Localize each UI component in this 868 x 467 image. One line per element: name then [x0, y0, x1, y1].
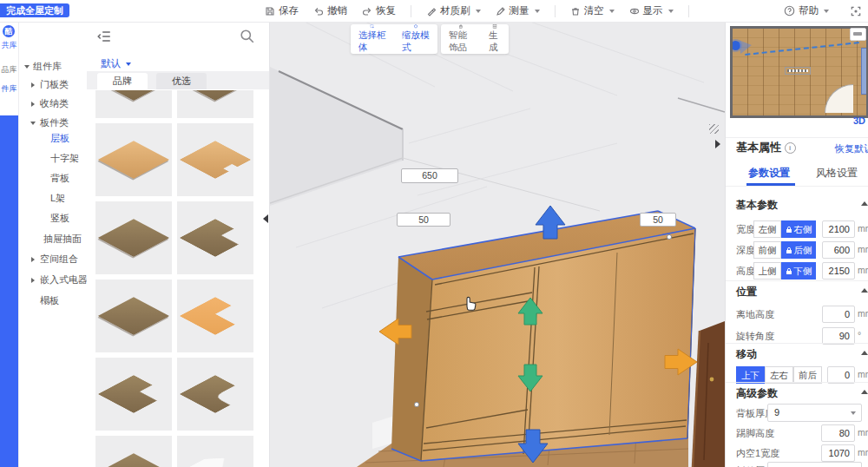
collapse-caret-icon[interactable] — [861, 201, 868, 206]
fullscreen-button[interactable] — [850, 5, 862, 17]
kick-height-input[interactable]: 80 — [821, 424, 855, 442]
tree-item-back-panel[interactable]: 背板 — [50, 172, 69, 185]
inner-width-label: 内空1宽度 — [736, 447, 779, 460]
component-thumbnail[interactable] — [177, 90, 253, 118]
collapse-panel-handle[interactable] — [263, 214, 268, 223]
tree-item-l-rack[interactable]: L架 — [50, 192, 65, 205]
inner-width-input[interactable]: 1070 — [821, 444, 855, 462]
tree-item-space-combo[interactable]: 空间组合 — [40, 253, 78, 266]
width-input[interactable]: 2100 — [822, 220, 855, 238]
view-3d-toggle[interactable]: 3D — [853, 115, 865, 126]
display-button[interactable]: 显示 — [629, 4, 674, 17]
section-position[interactable]: 位置 — [736, 285, 757, 299]
drag-dot[interactable] — [414, 402, 418, 406]
furniture-toggle-icon[interactable] — [850, 28, 866, 41]
move-frontback-option[interactable]: 前后 — [793, 366, 822, 384]
nav-product-library[interactable]: 品库 — [0, 65, 18, 74]
redo-button[interactable]: 恢复 — [362, 4, 396, 17]
component-thumbnail[interactable] — [95, 201, 172, 274]
tree-item-vertical-board[interactable]: 竖板 — [50, 212, 69, 225]
move-updown-option[interactable]: 上下 — [736, 366, 765, 384]
rotation-input[interactable]: 90 — [822, 327, 855, 345]
height-input[interactable]: 2150 — [822, 262, 855, 280]
collapse-list-icon[interactable] — [97, 30, 111, 47]
component-thumbnail[interactable] — [177, 280, 253, 352]
component-thumbnail[interactable] — [95, 123, 172, 196]
finish-customization-button[interactable]: 完成全屋定制 — [0, 3, 69, 17]
clear-button[interactable]: 清空 — [570, 4, 615, 17]
section-advanced-params[interactable]: 高级参数 — [736, 386, 778, 401]
caret-right-icon[interactable] — [31, 102, 35, 107]
height-top-option[interactable]: 上侧 — [753, 262, 781, 280]
component-thumbnail[interactable] — [95, 280, 172, 352]
caret-down-icon[interactable] — [30, 122, 36, 125]
minimap-resize-handle[interactable] — [709, 124, 719, 134]
tree-item-built-in-appliance[interactable]: 嵌入式电器 — [40, 273, 88, 286]
tab-style-settings[interactable]: 风格设置 — [816, 166, 858, 181]
width-right-option[interactable]: 右侧 — [781, 220, 816, 238]
tab-brand[interactable]: 品牌 — [97, 73, 148, 89]
collapse-caret-icon[interactable] — [861, 351, 868, 355]
tree-item-drawer-front[interactable]: 抽屉抽面 — [43, 233, 82, 246]
material-brush-button[interactable]: 材质刷 — [426, 4, 481, 17]
collapse-caret-icon[interactable] — [861, 288, 868, 293]
tree-item-tatami-board[interactable]: 榻板 — [40, 294, 59, 307]
tree-item-cross-rack[interactable]: 十字架 — [50, 152, 79, 165]
move-leftright-option[interactable]: 左右 — [765, 366, 793, 384]
component-thumbnail[interactable] — [95, 90, 172, 118]
zoom-mode-button[interactable]: 缩放模式 — [394, 24, 437, 54]
depth-input[interactable]: 600 — [822, 241, 855, 259]
help-button[interactable]: 帮助 — [784, 4, 829, 17]
tree-item-storage[interactable]: 收纳类 — [40, 97, 69, 110]
tab-parameter-settings[interactable]: 参数设置 — [748, 166, 790, 181]
component-thumbnail[interactable] — [177, 123, 253, 196]
style-filter-dropdown[interactable]: 默认 — [101, 57, 131, 70]
move-input[interactable]: 0 — [827, 366, 855, 384]
depth-front-option[interactable]: 前侧 — [753, 241, 781, 259]
tree-item-component-lib[interactable]: 组件库 — [33, 60, 62, 73]
tree-item-shelf-board[interactable]: 层板 — [50, 132, 69, 145]
panel-thickness-dropdown[interactable]: 18 — [767, 462, 862, 467]
caret-right-icon[interactable] — [31, 278, 35, 283]
collapse-panel-handle[interactable] — [715, 140, 720, 148]
component-thumbnail[interactable] — [177, 201, 253, 274]
caret-down-icon[interactable] — [24, 65, 30, 69]
component-thumbnail[interactable] — [177, 358, 253, 431]
nav-component-library[interactable]: 件库 — [0, 84, 18, 93]
style-filter-value: 默认 — [101, 57, 121, 70]
generate-label: 生成 — [489, 30, 501, 54]
back-thickness-dropdown[interactable]: 9 — [767, 404, 862, 422]
component-thumbnail[interactable] — [95, 358, 172, 431]
section-basic-params[interactable]: 基本参数 — [736, 198, 778, 213]
save-button[interactable]: 保存 — [265, 4, 299, 17]
generate-button[interactable]: 生成 — [481, 24, 509, 54]
undo-button[interactable]: 撤销 — [313, 4, 347, 17]
scene-3d — [270, 22, 725, 467]
search-icon[interactable] — [240, 29, 254, 47]
collapse-caret-icon[interactable] — [861, 390, 868, 394]
section-move[interactable]: 移动 — [736, 347, 757, 362]
floorplan-minimap[interactable] — [730, 26, 868, 118]
measure-button[interactable]: 测量 — [496, 4, 540, 17]
width-left-option[interactable]: 左侧 — [753, 220, 781, 238]
reset-default-link[interactable]: 恢复默认 — [835, 142, 868, 155]
smart-decor-button[interactable]: 智能饰品 — [441, 24, 481, 54]
caret-right-icon[interactable] — [31, 257, 35, 262]
select-cabinet-button[interactable]: 选择柜体 — [351, 24, 394, 54]
viewport-3d[interactable]: 650 50 50 选择柜体 缩放模式 智能饰品 生成 — [270, 22, 725, 467]
wood-panel-thumb — [180, 90, 251, 101]
move-unit: mm — [858, 369, 868, 379]
tab-featured[interactable]: 优选 — [156, 73, 207, 89]
component-thumbnail[interactable] — [177, 436, 253, 467]
material-brush-label: 材质刷 — [440, 4, 470, 17]
tree-item-panel-parts[interactable]: 板件类 — [40, 116, 69, 129]
nav-public-library[interactable]: 共库 — [0, 41, 18, 49]
caret-right-icon[interactable] — [31, 82, 35, 88]
floor-height-input[interactable]: 0 — [822, 306, 855, 323]
drag-dot[interactable] — [667, 234, 671, 239]
component-thumbnail[interactable] — [95, 436, 172, 467]
tree-item-door-panels[interactable]: 门板类 — [40, 78, 69, 91]
info-icon[interactable]: i — [785, 142, 796, 154]
height-bottom-option[interactable]: 下侧 — [781, 262, 816, 280]
depth-back-option[interactable]: 后侧 — [781, 241, 816, 259]
